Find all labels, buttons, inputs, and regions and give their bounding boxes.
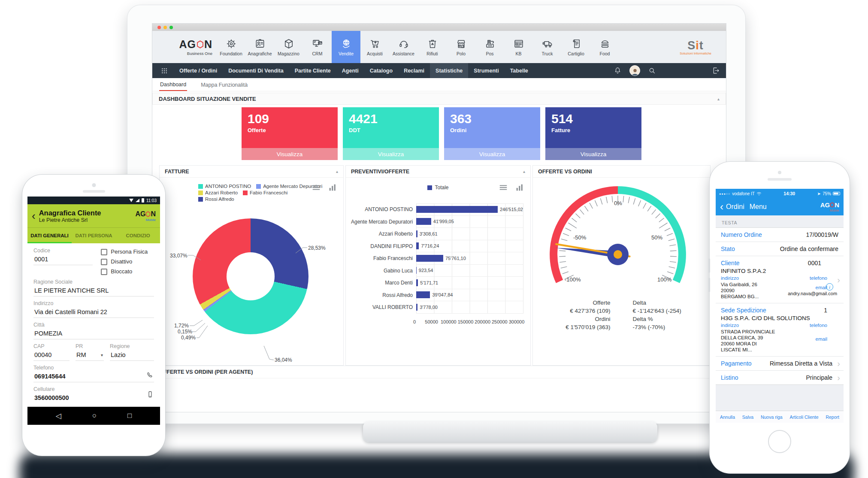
codice-field[interactable]: 0001 bbox=[33, 256, 93, 265]
zoom-window-button[interactable] bbox=[169, 26, 173, 29]
visualizza-button[interactable]: Visualizza bbox=[545, 148, 641, 160]
menu-icon[interactable] bbox=[499, 183, 508, 192]
nav-item-agenti[interactable]: Agenti bbox=[336, 63, 364, 78]
checkbox-icon bbox=[101, 259, 107, 265]
toolbar-item-cartiglio[interactable]: Cartiglio bbox=[562, 31, 590, 63]
salva-button[interactable]: Salva bbox=[742, 414, 753, 420]
android-back-button[interactable]: ◁ bbox=[56, 411, 61, 421]
list-item-numero-ordine[interactable]: Numero Ordine17/00019/W bbox=[716, 228, 844, 242]
nav-item-reclami[interactable]: Reclami bbox=[398, 63, 430, 78]
annulla-button[interactable]: Annulla bbox=[720, 414, 735, 420]
tab-dati-generali[interactable]: DATI GENERALI bbox=[27, 228, 72, 243]
citta-field[interactable]: POMEZIA bbox=[33, 330, 154, 339]
panel-title: PREVENTIVI/OFFERTE bbox=[351, 169, 409, 175]
android-recents-button[interactable]: □ bbox=[127, 411, 132, 420]
toolbar-item-crm[interactable]: CRM bbox=[303, 31, 332, 63]
cellulare-field[interactable]: 3560000500 bbox=[33, 394, 154, 403]
list-item-stato[interactable]: StatoOrdine da confermare bbox=[716, 242, 844, 256]
nav-item-strumenti[interactable]: Strumenti bbox=[468, 63, 504, 78]
minimize-window-button[interactable] bbox=[163, 26, 167, 29]
menu-icon[interactable] bbox=[312, 183, 321, 192]
nav-item-documenti-di-vendita[interactable]: Documenti Di Vendita bbox=[223, 63, 289, 78]
bell-icon[interactable] bbox=[614, 67, 622, 75]
chart-type-icon[interactable] bbox=[515, 183, 524, 192]
email-link[interactable]: email bbox=[788, 285, 827, 290]
persona-fisica-checkbox[interactable]: Persona Fisica bbox=[101, 248, 154, 255]
carrier: vodafone IT bbox=[732, 191, 755, 196]
nav-item-catalogo[interactable]: Catalogo bbox=[364, 63, 398, 78]
toolbar-item-vendite[interactable]: Vendite bbox=[332, 31, 360, 63]
ragione-sociale-field[interactable]: LE PIETRE ANTICHE SRL bbox=[33, 287, 154, 296]
telefono-field[interactable]: 069145644 bbox=[33, 373, 154, 382]
bloccato-checkbox[interactable]: Bloccato bbox=[101, 268, 154, 275]
toolbar-item-kb[interactable]: KB bbox=[504, 31, 533, 63]
legend-swatch bbox=[198, 184, 203, 189]
gauge-tick-label: 50% bbox=[651, 234, 662, 241]
nav-item-statistiche[interactable]: Statistiche bbox=[430, 63, 468, 78]
toolbar-item-foundation[interactable]: Foundation bbox=[217, 31, 245, 63]
camera-icon bbox=[92, 183, 96, 187]
telefono-link[interactable]: telefono bbox=[788, 275, 827, 281]
collapse-icon[interactable]: ▴ bbox=[523, 169, 525, 174]
stat-value: -73% (-70%) bbox=[633, 323, 711, 331]
nuova-riga-button[interactable]: Nuova riga bbox=[761, 414, 783, 420]
cap-field[interactable]: 00040 bbox=[33, 351, 70, 361]
clock: 11:03 bbox=[146, 198, 157, 203]
toolbar-item-acquisti[interactable]: Acquisti bbox=[360, 31, 389, 63]
toolbar-item-anagrafiche[interactable]: Anagrafiche bbox=[245, 31, 274, 63]
articoli-cliente-button[interactable]: Articoli Cliente bbox=[790, 414, 819, 420]
close-window-button[interactable] bbox=[157, 26, 161, 29]
list-item-listino[interactable]: ListinoPrincipale › bbox=[716, 371, 844, 384]
list-item-pagamento[interactable]: PagamentoRimessa Diretta a Vista › bbox=[716, 357, 844, 371]
disattivo-checkbox[interactable]: Disattivo bbox=[101, 258, 154, 265]
camera-icon bbox=[778, 171, 781, 174]
mobile-icon[interactable] bbox=[146, 390, 154, 398]
collapse-icon[interactable]: ▴ bbox=[336, 169, 338, 174]
home-button[interactable] bbox=[768, 430, 791, 453]
pr-select[interactable]: RM▾ bbox=[76, 351, 104, 361]
list-item-sede-spedizione[interactable]: Sede Spedizione1 H3G S.P.A. C/O DHL SOLU… bbox=[716, 303, 844, 357]
android-home-button[interactable]: ○ bbox=[92, 411, 97, 420]
logout-icon[interactable] bbox=[712, 63, 726, 78]
back-icon[interactable]: ‹ bbox=[32, 210, 36, 221]
toolbar-item-rifiuti[interactable]: Rifiuti bbox=[418, 31, 447, 63]
telefono-link[interactable]: telefono bbox=[788, 323, 827, 328]
collapse-icon[interactable]: ▴ bbox=[717, 97, 720, 101]
gauge-chart: 0% -50% 50% -100% 100% bbox=[536, 179, 699, 291]
field-label: Ragione Sociale bbox=[33, 279, 154, 285]
chevron-right-icon: › bbox=[837, 373, 840, 383]
visualizza-button[interactable]: Visualizza bbox=[444, 148, 540, 160]
search-icon[interactable] bbox=[648, 67, 656, 75]
chart-type-icon[interactable] bbox=[328, 183, 337, 192]
apps-grid-icon[interactable] bbox=[152, 63, 174, 78]
kpi-card-fatture: 514Fatture Visualizza bbox=[545, 107, 641, 160]
bar-row: Gabino Luca923,54 bbox=[351, 265, 523, 277]
user-avatar[interactable] bbox=[629, 65, 640, 76]
tab-mappa-funzionalita[interactable]: Mappa Funzionalità bbox=[200, 79, 248, 91]
tab-dati-persona[interactable]: DATI PERSONA bbox=[72, 228, 116, 243]
toolbar-item-polo[interactable]: Polo bbox=[447, 31, 475, 63]
nav-item-tabelle[interactable]: Tabelle bbox=[505, 63, 534, 78]
list-item-cliente[interactable]: Cliente0001 INFINITO S.P.A.2 indirizzo V… bbox=[716, 256, 844, 303]
tab-dashboard[interactable]: Dashboard bbox=[159, 78, 187, 91]
nav-item-partite-cliente[interactable]: Partite Cliente bbox=[289, 63, 336, 78]
indirizzo-field[interactable]: Via dei Castelli Romani 22 bbox=[33, 309, 154, 318]
visualizza-button[interactable]: Visualizza bbox=[343, 148, 439, 160]
tab-condizioni[interactable]: CONDIZIO bbox=[116, 228, 160, 243]
sede-address: STRADA PROVINCIALE DELLA CERCA, 39 20060… bbox=[721, 329, 788, 353]
back-icon[interactable]: ‹ bbox=[720, 202, 723, 212]
report-button[interactable]: Report bbox=[826, 414, 839, 420]
scroll-icon bbox=[571, 38, 582, 49]
phone-icon[interactable] bbox=[146, 371, 154, 379]
field-label: Regione bbox=[110, 343, 154, 349]
toolbar-item-pos[interactable]: Pos bbox=[475, 31, 504, 63]
visualizza-button[interactable]: Visualizza bbox=[242, 148, 338, 160]
nav-item-offerte-ordini[interactable]: Offerte / Ordini bbox=[174, 63, 223, 78]
toolbar-item-food[interactable]: Food bbox=[590, 31, 619, 63]
toolbar-item-truck[interactable]: Truck bbox=[533, 31, 562, 63]
toolbar-item-magazzino[interactable]: Magazzino bbox=[274, 31, 303, 63]
toolbar-item-assistance[interactable]: Assistance bbox=[389, 31, 418, 63]
regione-field[interactable]: Lazio bbox=[110, 351, 154, 361]
email-link[interactable]: email bbox=[788, 336, 827, 342]
back-label[interactable]: Ordini bbox=[726, 203, 744, 211]
